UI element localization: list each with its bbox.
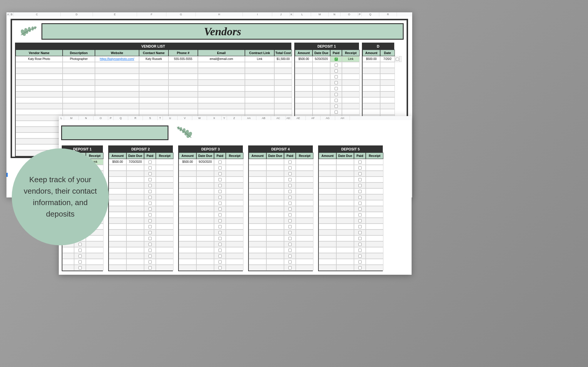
col-header[interactable]: AD: [286, 116, 291, 120]
cell[interactable]: [319, 165, 336, 171]
cell[interactable]: [284, 265, 296, 271]
cell[interactable]: [74, 259, 86, 265]
cell[interactable]: [249, 212, 266, 218]
cell[interactable]: [266, 224, 284, 229]
cell[interactable]: [342, 97, 360, 103]
column-header[interactable]: Paid: [284, 153, 296, 159]
cell[interactable]: [126, 171, 144, 177]
cell[interactable]: [144, 229, 156, 235]
cell[interactable]: [284, 218, 296, 224]
cell[interactable]: [168, 97, 198, 103]
cell[interactable]: [16, 62, 63, 68]
cell[interactable]: [179, 259, 196, 265]
column-header[interactable]: Contract Link: [245, 50, 274, 56]
cell[interactable]: [366, 265, 383, 271]
paid-checkbox[interactable]: [358, 266, 362, 269]
cell[interactable]: [226, 259, 243, 265]
cell[interactable]: [109, 235, 126, 241]
cell[interactable]: [126, 212, 144, 218]
paid-checkbox[interactable]: [218, 266, 222, 269]
paid-checkbox[interactable]: [335, 81, 338, 84]
cell[interactable]: [319, 229, 336, 235]
cell[interactable]: [139, 109, 168, 115]
paid-checkbox[interactable]: [358, 207, 362, 211]
cell[interactable]: [266, 259, 284, 265]
paid-checkbox[interactable]: [288, 237, 292, 240]
cell[interactable]: Link: [342, 56, 360, 62]
paid-checkbox[interactable]: [218, 166, 222, 170]
cell[interactable]: [198, 91, 245, 97]
paid-checkbox[interactable]: [335, 69, 338, 73]
cell[interactable]: [319, 212, 336, 218]
cell[interactable]: [109, 165, 126, 171]
cell[interactable]: [144, 182, 156, 188]
cell[interactable]: [198, 68, 245, 74]
cell[interactable]: [156, 188, 173, 194]
cell[interactable]: [196, 253, 214, 259]
cell[interactable]: [198, 62, 245, 68]
cell[interactable]: Katy Rose Photo: [16, 56, 63, 62]
paid-checkbox[interactable]: [218, 237, 222, 240]
col-header[interactable]: AH: [335, 116, 350, 120]
cell[interactable]: [214, 165, 226, 171]
cell[interactable]: [296, 229, 313, 235]
cell[interactable]: [319, 247, 336, 253]
cell[interactable]: [330, 74, 342, 80]
column-header[interactable]: Date Due: [196, 153, 214, 159]
cell[interactable]: [296, 235, 313, 241]
cell[interactable]: [126, 229, 144, 235]
cell[interactable]: [214, 206, 226, 212]
cell[interactable]: [109, 241, 126, 247]
col-header[interactable]: F: [137, 12, 166, 16]
cell[interactable]: [319, 177, 336, 182]
cell[interactable]: [95, 109, 139, 115]
cell[interactable]: [380, 97, 395, 103]
column-header[interactable]: Contact Name: [139, 50, 168, 56]
cell[interactable]: [249, 177, 266, 182]
paid-checkbox[interactable]: [148, 172, 152, 175]
cell[interactable]: [295, 62, 313, 68]
paid-checkbox[interactable]: [148, 160, 152, 164]
cell[interactable]: [226, 206, 243, 212]
paid-checkbox[interactable]: [148, 225, 152, 228]
cell[interactable]: [226, 212, 243, 218]
cell[interactable]: [295, 68, 313, 74]
cell[interactable]: [214, 194, 226, 200]
cell[interactable]: [266, 200, 284, 206]
cell[interactable]: [295, 86, 313, 91]
column-header[interactable]: Total Cost: [274, 50, 292, 56]
cell[interactable]: [319, 253, 336, 259]
col-header[interactable]: AE: [291, 116, 306, 120]
paid-checkbox[interactable]: [335, 58, 338, 61]
cell[interactable]: [226, 218, 243, 224]
cell[interactable]: [62, 253, 74, 259]
cell[interactable]: [313, 91, 330, 97]
cell[interactable]: [156, 206, 173, 212]
cell[interactable]: [144, 206, 156, 212]
cell[interactable]: [179, 212, 196, 218]
cell[interactable]: [179, 218, 196, 224]
paid-checkbox[interactable]: [358, 219, 362, 222]
cell[interactable]: [319, 206, 336, 212]
cell[interactable]: [226, 253, 243, 259]
cell[interactable]: [63, 97, 95, 103]
cell[interactable]: [342, 91, 360, 97]
paid-checkbox[interactable]: [288, 254, 292, 258]
column-header[interactable]: Receipt: [366, 153, 383, 159]
cell[interactable]: [366, 177, 383, 182]
paid-checkbox[interactable]: [288, 231, 292, 234]
col-header[interactable]: P: [108, 116, 113, 120]
cell[interactable]: [266, 194, 284, 200]
cell[interactable]: [196, 171, 214, 177]
cell[interactable]: [266, 212, 284, 218]
cell[interactable]: [144, 188, 156, 194]
cell[interactable]: [366, 235, 383, 241]
paid-checkbox[interactable]: [358, 225, 362, 228]
cell[interactable]: [266, 241, 284, 247]
cell[interactable]: [74, 253, 86, 259]
cell[interactable]: [319, 194, 336, 200]
paid-checkbox[interactable]: [335, 99, 338, 102]
col-header[interactable]: H: [196, 12, 243, 16]
cell[interactable]: $500.00: [109, 159, 126, 165]
cell[interactable]: [266, 253, 284, 259]
